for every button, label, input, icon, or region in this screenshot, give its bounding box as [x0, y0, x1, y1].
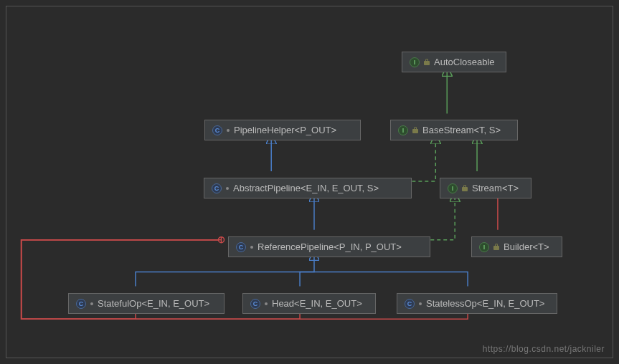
dot-icon	[226, 187, 229, 190]
node-autocloseable[interactable]: I AutoCloseable	[402, 52, 506, 72]
dot-icon	[227, 129, 230, 132]
node-label: Stream<T>	[472, 183, 519, 193]
node-builder[interactable]: I Builder<T>	[471, 236, 562, 257]
dot-icon	[90, 302, 93, 305]
node-label: ReferencePipeline<P_IN, P_OUT>	[257, 241, 402, 252]
class-icon: C	[212, 183, 222, 193]
class-icon: C	[250, 299, 260, 309]
node-abstractpipeline[interactable]: C AbstractPipeline<E_IN, E_OUT, S>	[204, 178, 412, 198]
dot-icon	[419, 302, 422, 305]
interface-icon: I	[410, 57, 420, 67]
node-pipelinehelper[interactable]: C PipelineHelper<P_OUT>	[204, 120, 361, 140]
class-icon: C	[212, 125, 222, 135]
node-label: PipelineHelper<P_OUT>	[234, 125, 336, 135]
node-statefulop[interactable]: C StatefulOp<E_IN, E_OUT>	[68, 293, 225, 314]
class-icon: C	[405, 299, 415, 309]
node-label: AutoCloseable	[434, 57, 495, 67]
node-head[interactable]: C Head<E_IN, E_OUT>	[242, 293, 376, 314]
dot-icon	[265, 302, 268, 305]
interface-icon: I	[448, 183, 458, 193]
watermark: https://blog.csdn.net/jackniler	[483, 344, 605, 354]
dot-icon	[250, 246, 253, 249]
node-basestream[interactable]: I BaseStream<T, S>	[390, 120, 518, 140]
node-stream[interactable]: I Stream<T>	[440, 178, 531, 198]
lock-icon	[412, 127, 418, 134]
class-icon: C	[76, 299, 86, 309]
node-label: StatelessOp<E_IN, E_OUT>	[426, 298, 544, 309]
interface-icon: I	[398, 125, 408, 135]
node-label: StatefulOp<E_IN, E_OUT>	[98, 298, 209, 309]
class-icon: C	[236, 242, 246, 252]
node-label: BaseStream<T, S>	[422, 125, 501, 135]
lock-icon	[424, 59, 430, 66]
node-statelessop[interactable]: C StatelessOp<E_IN, E_OUT>	[397, 293, 557, 314]
node-label: Head<E_IN, E_OUT>	[272, 298, 362, 309]
node-label: Builder<T>	[504, 241, 549, 252]
lock-icon	[493, 244, 499, 251]
node-referencepipeline[interactable]: C ReferencePipeline<P_IN, P_OUT>	[228, 236, 430, 257]
lock-icon	[462, 185, 468, 192]
svg-point-0	[219, 237, 225, 243]
interface-icon: I	[479, 242, 489, 252]
diagram-frame: I AutoCloseable C PipelineHelper<P_OUT> …	[6, 6, 613, 358]
node-label: AbstractPipeline<E_IN, E_OUT, S>	[233, 183, 379, 193]
